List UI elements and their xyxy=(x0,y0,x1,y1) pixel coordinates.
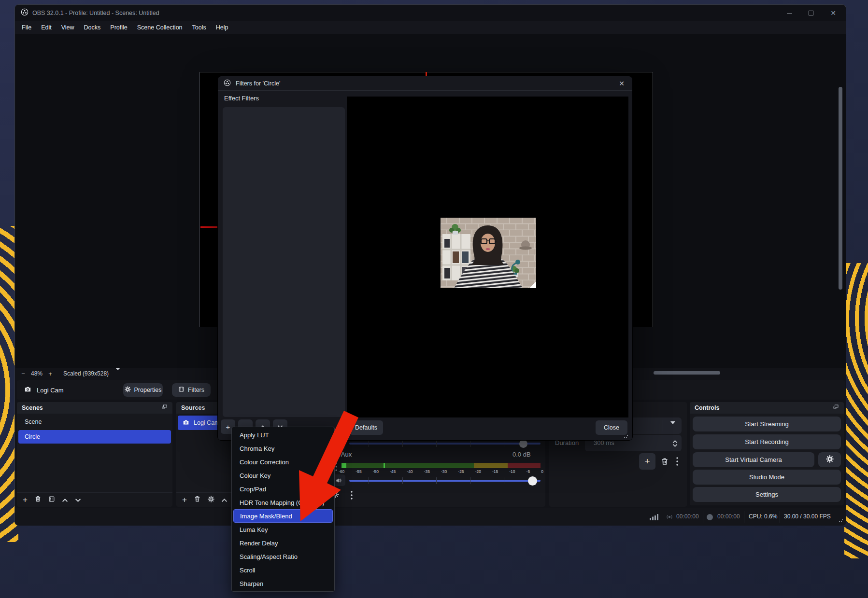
dialog-close-icon[interactable]: ✕ xyxy=(619,80,625,87)
remove-transition-icon[interactable] xyxy=(660,457,669,468)
zoom-out-button[interactable]: − xyxy=(18,370,28,377)
maximize-button[interactable] xyxy=(804,5,818,21)
filters-button[interactable]: Filters xyxy=(172,383,211,397)
effect-filters-label: Effect Filters xyxy=(224,95,259,102)
move-source-up-icon[interactable] xyxy=(221,496,228,504)
preview-horizontal-scrollbar[interactable] xyxy=(654,371,720,375)
remove-source-icon[interactable] xyxy=(194,495,201,504)
gear-icon xyxy=(125,386,131,394)
menu-bar-item[interactable]: Help xyxy=(211,22,233,33)
controls-header: Controls xyxy=(690,402,844,414)
add-scene-icon[interactable]: + xyxy=(23,496,28,504)
menu-bar-item[interactable]: Profile xyxy=(105,22,132,33)
close-window-button[interactable]: ✕ xyxy=(826,5,840,21)
scene-filters-icon[interactable] xyxy=(48,496,55,504)
mixer-menu-dots-icon[interactable] xyxy=(350,490,353,502)
minimize-icon xyxy=(787,13,792,14)
filter-menu-item[interactable]: Chroma Key xyxy=(232,442,334,455)
scenes-title: Scenes xyxy=(22,404,43,411)
transition-menu-dots-icon[interactable] xyxy=(676,457,679,468)
desktop: OBS 32.0.1 - Profile: Untitled - Scenes:… xyxy=(0,0,868,598)
filter-list[interactable] xyxy=(223,107,345,417)
menu-bar-item[interactable]: Edit xyxy=(36,22,57,33)
sources-title: Sources xyxy=(181,404,205,411)
settings-button[interactable]: Settings xyxy=(693,487,841,502)
move-scene-down-icon[interactable] xyxy=(75,496,81,504)
defaults-button[interactable]: Defaults xyxy=(349,420,383,435)
filter-menu-item[interactable]: Render Delay xyxy=(232,536,334,550)
scaled-resolution[interactable]: Scaled (939x528) xyxy=(63,370,109,377)
virtual-camera-settings-button[interactable] xyxy=(818,452,841,467)
scene-item[interactable]: Scene xyxy=(25,418,42,425)
volume-slider-handle[interactable] xyxy=(519,440,527,448)
filter-menu-item[interactable]: Colour Correction xyxy=(232,455,334,469)
filters-dialog: Filters for 'Circle' ✕ Effect Filters xyxy=(217,76,633,441)
filter-menu-item[interactable]: Scroll xyxy=(232,563,334,577)
scenes-toolbar: + xyxy=(17,492,172,507)
close-icon: ✕ xyxy=(830,10,836,16)
menu-bar-item[interactable]: Scene Collection xyxy=(132,22,187,33)
mic-volume-slider[interactable] xyxy=(349,480,541,482)
controls-panel: Controls Start Streaming Start Recording… xyxy=(690,402,844,505)
window-resize-grip[interactable] xyxy=(839,518,843,523)
filter-menu-item[interactable]: Image Mask/Blend xyxy=(233,509,333,523)
meter-config-dots-icon[interactable] xyxy=(335,462,338,473)
start-recording-button[interactable]: Start Recording xyxy=(693,434,841,449)
dialog-titlebar[interactable]: Filters for 'Circle' ✕ xyxy=(218,76,632,91)
dropdown-arrow-icon xyxy=(670,424,675,433)
record-time: 00:00:00 xyxy=(717,513,740,520)
menu-bar-item[interactable]: Tools xyxy=(187,22,211,33)
filter-menu-item[interactable]: Crop/Pad xyxy=(232,482,334,496)
filter-menu-item[interactable]: Colour Key xyxy=(232,469,334,482)
close-dialog-button[interactable]: Close xyxy=(596,420,627,435)
add-source-icon[interactable]: + xyxy=(182,496,187,504)
minimize-button[interactable] xyxy=(782,5,797,21)
spin-down-icon[interactable] xyxy=(672,441,678,449)
scene-item-selected[interactable]: Circle xyxy=(18,430,171,444)
properties-button[interactable]: Properties xyxy=(123,383,163,397)
filters-label: Filters xyxy=(188,387,204,393)
obs-logo-icon xyxy=(224,79,231,88)
filters-icon xyxy=(178,386,185,394)
source-properties-icon[interactable] xyxy=(208,496,214,504)
stream-time: 00:00:00 xyxy=(676,513,699,520)
filter-menu-item[interactable]: Scaling/Aspect Ratio xyxy=(232,550,334,563)
webcam-preview-image[interactable] xyxy=(441,218,536,288)
filter-menu-item[interactable]: Luma Key xyxy=(232,523,334,536)
window-title: OBS 32.0.1 - Profile: Untitled - Scenes:… xyxy=(32,10,159,16)
add-filter-menu: Apply LUTChroma KeyColour CorrectionColo… xyxy=(231,427,335,592)
move-scene-up-icon[interactable] xyxy=(62,496,68,504)
meter-tick-label: 0 xyxy=(541,469,543,474)
remove-scene-icon[interactable] xyxy=(34,495,42,504)
fps-counter: 30.00 / 30.00 FPS xyxy=(784,513,831,520)
obs-logo-icon xyxy=(21,8,28,18)
mic-volume-slider-handle[interactable] xyxy=(528,476,537,486)
meter-tick-label: -10 xyxy=(509,469,515,474)
desktop-wallpaper-stripes-right xyxy=(844,263,868,558)
zoom-level: 48% xyxy=(28,370,45,377)
maximize-icon xyxy=(809,11,813,15)
meter-tick-label: -35 xyxy=(424,469,430,474)
mixer-track-db: 0.0 dB xyxy=(512,451,531,458)
zoom-in-button[interactable]: + xyxy=(45,370,56,377)
filter-menu-item[interactable]: Sharpen xyxy=(232,577,334,590)
volume-slider[interactable] xyxy=(349,443,541,445)
stream-status-icon xyxy=(666,513,673,523)
start-streaming-button[interactable]: Start Streaming xyxy=(693,417,841,431)
window-titlebar[interactable]: OBS 32.0.1 - Profile: Untitled - Scenes:… xyxy=(15,5,846,21)
filter-menu-item[interactable]: Apply LUT xyxy=(232,428,334,442)
menu-bar-item[interactable]: File xyxy=(17,22,36,33)
menu-bar-item[interactable]: Docks xyxy=(79,22,106,33)
popout-icon[interactable] xyxy=(833,404,839,412)
add-transition-button[interactable]: + xyxy=(639,453,655,470)
dialog-resize-grip[interactable] xyxy=(624,433,628,438)
menu-bar-item[interactable]: View xyxy=(57,22,79,33)
zoom-dropdown-arrow[interactable] xyxy=(115,370,120,377)
menu-bar: FileEditViewDocksProfileScene Collection… xyxy=(15,21,846,34)
popout-icon[interactable] xyxy=(161,404,168,412)
studio-mode-button[interactable]: Studio Mode xyxy=(693,470,841,485)
preview-vertical-scrollbar[interactable] xyxy=(839,87,842,290)
filter-menu-item[interactable]: HDR Tone Mapping (Override) xyxy=(232,496,334,509)
start-virtual-camera-button[interactable]: Start Virtual Camera xyxy=(693,452,814,467)
status-bar: 00:00:00 00:00:00 CPU: 0.6% 30.00 / 30.0… xyxy=(15,508,846,526)
